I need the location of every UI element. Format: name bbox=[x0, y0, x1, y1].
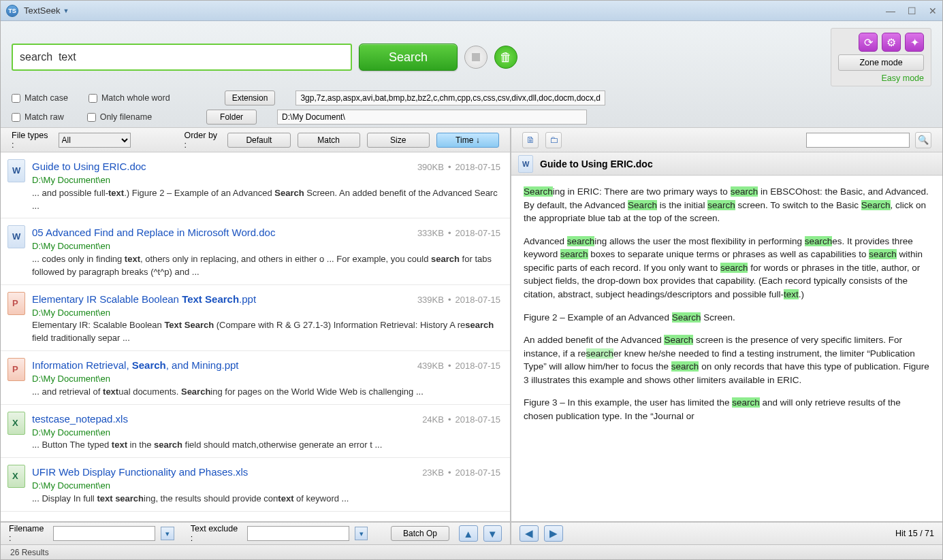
result-meta: 24KB•2018-07-15 bbox=[422, 414, 500, 427]
app-title: TextSeek bbox=[24, 5, 60, 16]
folder-field[interactable] bbox=[277, 110, 587, 125]
result-title[interactable]: Guide to Using ERIC.doc bbox=[32, 159, 146, 174]
result-item[interactable]: testcase_notepad.xls 24KB•2018-07-15 D:\… bbox=[1, 405, 510, 459]
sort-default-button[interactable]: Default bbox=[227, 133, 290, 148]
only-filename-checkbox[interactable]: Only filename bbox=[87, 112, 152, 122]
result-item[interactable]: UFIR Web Display Functionality and Phase… bbox=[1, 458, 510, 512]
folder-view-icon[interactable]: 🗀 bbox=[545, 132, 562, 148]
easy-mode-link[interactable]: Easy mode bbox=[881, 73, 924, 83]
extension-button[interactable]: Extension bbox=[225, 90, 276, 105]
maximize-icon[interactable]: ☐ bbox=[908, 5, 916, 16]
file-icon bbox=[7, 412, 25, 435]
result-path: D:\My Document\en bbox=[32, 307, 500, 320]
extension-field[interactable] bbox=[295, 90, 605, 105]
result-item[interactable]: Guide to Using ERIC.doc 390KB•2018-07-15… bbox=[1, 152, 510, 218]
sort-size-button[interactable]: Size bbox=[367, 133, 430, 148]
minimize-icon[interactable]: — bbox=[886, 5, 895, 16]
exclude-filter-input[interactable] bbox=[247, 526, 349, 541]
sort-match-button[interactable]: Match bbox=[298, 133, 360, 148]
preview-toolbar: 🗎 🗀 🔍 bbox=[511, 128, 942, 152]
status-bar: 26 Results bbox=[1, 544, 942, 559]
preview-body[interactable]: Searching in ERIC: There are two primary… bbox=[511, 176, 942, 521]
preview-search-input[interactable] bbox=[806, 133, 910, 148]
hit-next-button[interactable]: ▶ bbox=[544, 525, 563, 542]
result-title[interactable]: Information Retrieval, Search, and Minin… bbox=[32, 358, 239, 373]
status-text: 26 Results bbox=[10, 548, 49, 557]
result-snippet: ... Button The typed text in the search … bbox=[32, 439, 500, 452]
hit-prev-button[interactable]: ◀ bbox=[520, 525, 539, 542]
preview-bottom-bar: ◀ ▶ Hit 15 / 71 bbox=[511, 521, 942, 544]
results-down-button[interactable]: ▼ bbox=[483, 525, 502, 542]
clear-button[interactable]: 🗑 bbox=[494, 46, 517, 69]
preview-title: Guide to Using ERIC.doc bbox=[540, 159, 653, 169]
file-types-select[interactable]: All bbox=[59, 133, 131, 148]
app-menu-dropdown-icon[interactable]: ▼ bbox=[63, 7, 69, 14]
preview-doc-icon bbox=[518, 155, 533, 173]
exclude-filter-dropdown-icon[interactable]: ▾ bbox=[355, 527, 368, 540]
file-icon bbox=[7, 465, 25, 488]
doc-view-icon[interactable]: 🗎 bbox=[522, 132, 539, 148]
results-filter-bar: File types : All Order by : Default Matc… bbox=[1, 128, 510, 152]
result-item[interactable]: Information Retrieval, Search, and Minin… bbox=[1, 351, 510, 405]
result-item[interactable]: 05 Advanced Find and Replace in Microsof… bbox=[1, 218, 510, 284]
result-path: D:\My Document\en bbox=[32, 174, 500, 187]
file-types-label: File types : bbox=[12, 131, 52, 150]
preview-paragraph: Figure 2 – Example of an Advanced Search… bbox=[524, 311, 930, 325]
results-list[interactable]: Guide to Using ERIC.doc 390KB•2018-07-15… bbox=[1, 152, 510, 521]
search-button[interactable]: Search bbox=[359, 44, 458, 71]
results-bottom-bar: Filename : ▾ Text exclude : ▾ Batch Op ▲… bbox=[1, 521, 510, 544]
match-case-checkbox[interactable]: Match case bbox=[12, 93, 68, 103]
preview-header: Guide to Using ERIC.doc bbox=[511, 152, 942, 176]
mode-panel: ⟳ ⚙ ✦ Zone mode Easy mode bbox=[831, 28, 931, 86]
preview-search-icon[interactable]: 🔍 bbox=[915, 132, 931, 148]
titlebar: TS TextSeek ▼ — ☐ ✕ bbox=[1, 1, 942, 21]
file-icon bbox=[7, 292, 25, 315]
close-icon[interactable]: ✕ bbox=[929, 5, 937, 16]
result-title[interactable]: UFIR Web Display Functionality and Phase… bbox=[32, 465, 248, 480]
order-by-label: Order by : bbox=[184, 131, 221, 150]
match-whole-checkbox[interactable]: Match whole word bbox=[89, 93, 170, 103]
folder-button[interactable]: Folder bbox=[206, 110, 257, 125]
preview-paragraph: Figure 3 – In this example, the user has… bbox=[524, 396, 930, 423]
result-title[interactable]: Elementary IR Scalable Boolean Text Sear… bbox=[32, 292, 256, 307]
preview-paragraph: Advanced searching allows the user the m… bbox=[524, 235, 930, 301]
file-icon bbox=[7, 358, 25, 381]
stop-icon bbox=[472, 53, 480, 61]
preview-paragraph: An added benefit of the Advanced Search … bbox=[524, 333, 930, 386]
filename-filter-dropdown-icon[interactable]: ▾ bbox=[161, 527, 174, 540]
settings-icon[interactable]: ⚙ bbox=[882, 33, 901, 52]
search-area: Search 🗑 ⟳ ⚙ ✦ Zone mode Easy mode Match… bbox=[1, 21, 942, 128]
result-snippet: ... Display In full text searching, the … bbox=[32, 493, 500, 506]
result-snippet: ... codes only in finding text, others o… bbox=[32, 253, 500, 279]
result-item[interactable]: Elementary IR Scalable Boolean Text Sear… bbox=[1, 285, 510, 351]
exclude-filter-label: Text exclude : bbox=[191, 524, 242, 543]
result-path: D:\My Document\en bbox=[32, 373, 500, 386]
result-snippet: ... and possible full-text.) Figure 2 – … bbox=[32, 187, 500, 213]
match-raw-checkbox[interactable]: Match raw bbox=[12, 112, 64, 122]
zone-mode-button[interactable]: Zone mode bbox=[838, 54, 924, 71]
result-path: D:\My Document\en bbox=[32, 480, 500, 493]
tag-icon[interactable]: ✦ bbox=[905, 33, 924, 52]
result-path: D:\My Document\en bbox=[32, 240, 500, 253]
result-meta: 390KB•2018-07-15 bbox=[417, 161, 500, 174]
file-icon bbox=[7, 225, 25, 248]
result-title[interactable]: testcase_notepad.xls bbox=[32, 412, 128, 427]
result-meta: 23KB•2018-07-15 bbox=[422, 467, 500, 480]
trash-icon: 🗑 bbox=[500, 50, 512, 65]
sort-time-button[interactable]: Time ↓ bbox=[436, 133, 499, 148]
filename-filter-label: Filename : bbox=[9, 524, 48, 543]
result-meta: 439KB•2018-07-15 bbox=[417, 360, 500, 373]
app-logo: TS bbox=[6, 5, 18, 17]
result-meta: 339KB•2018-07-15 bbox=[417, 294, 500, 307]
result-meta: 333KB•2018-07-15 bbox=[417, 227, 500, 240]
batch-op-button[interactable]: Batch Op bbox=[391, 526, 449, 541]
result-path: D:\My Document\en bbox=[32, 427, 500, 440]
filename-filter-input[interactable] bbox=[53, 526, 155, 541]
file-icon bbox=[7, 159, 25, 182]
search-input[interactable] bbox=[12, 44, 352, 71]
result-snippet: ... and retrieval of textual documents. … bbox=[32, 386, 500, 399]
refresh-icon[interactable]: ⟳ bbox=[859, 33, 878, 52]
stop-button[interactable] bbox=[464, 46, 488, 69]
results-up-button[interactable]: ▲ bbox=[459, 525, 478, 542]
result-title[interactable]: 05 Advanced Find and Replace in Microsof… bbox=[32, 225, 275, 240]
